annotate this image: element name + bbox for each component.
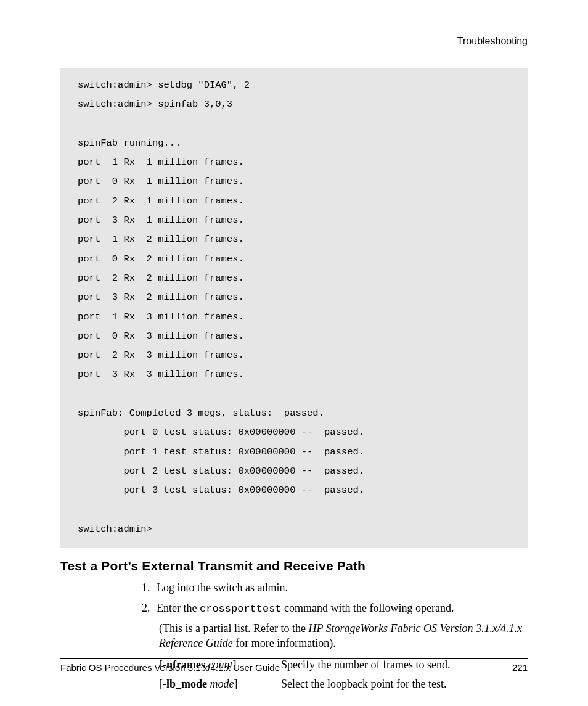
footer-page-number: 221 [512, 662, 528, 673]
note-text-b: for more information). [233, 637, 336, 649]
option-name: [-lb_mode mode] [159, 678, 281, 691]
footer-rule [60, 658, 528, 659]
option-desc: Select the loopback point for the test. [281, 678, 528, 691]
option-row-lbmode: [-lb_mode mode] Select the loopback poin… [159, 678, 528, 691]
page-header-section: Troubleshooting [60, 36, 528, 51]
step-2-command: crossporttest [200, 603, 282, 615]
option-arg: mode [210, 678, 234, 690]
section-heading: Test a Port’s External Transmit and Rece… [60, 559, 528, 573]
page-footer: Fabric OS Procedures Version 3.1.x/4.1.x… [60, 658, 528, 673]
steps-list: Log into the switch as admin. Enter the … [153, 580, 528, 617]
option-flag: -lb_mode [163, 678, 207, 690]
step-2-text-a: Enter the [157, 602, 200, 614]
bracket-close: ] [234, 678, 238, 690]
note-paragraph: (This is a partial list. Refer to the HP… [159, 621, 528, 652]
step-1: Log into the switch as admin. [153, 580, 528, 596]
header-rule [60, 51, 528, 51]
step-2-text-b: command with the following operand. [282, 602, 454, 614]
step-2: Enter the crossporttest command with the… [153, 600, 528, 617]
code-block: switch:admin> setdbg "DIAG", 2 switch:ad… [60, 68, 528, 548]
note-text-a: (This is a partial list. Refer to the [159, 622, 308, 634]
footer-left: Fabric OS Procedures Version 3.1.x/4.1.x… [60, 662, 280, 673]
